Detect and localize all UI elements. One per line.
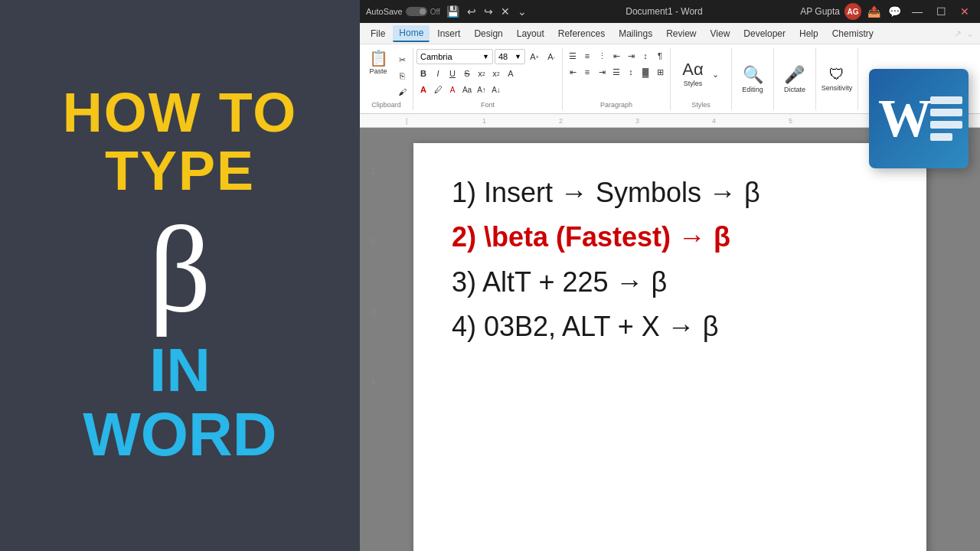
- username-label: AP Gupta: [800, 6, 840, 17]
- justify-button[interactable]: ☰: [609, 65, 623, 79]
- menu-chemistry[interactable]: Chemistry: [826, 26, 880, 41]
- numbering-button[interactable]: ≡: [580, 49, 594, 63]
- grow-font-button[interactable]: A+: [527, 49, 542, 64]
- title-line1: HOW TO: [63, 84, 298, 142]
- change-case-button[interactable]: Aa: [460, 83, 474, 96]
- autosave-area: AutoSave Off: [366, 7, 440, 16]
- doc-title: Document1 - Word: [533, 6, 795, 17]
- doc-line-1: 1) Insert → Symbols → β: [452, 174, 888, 212]
- autosave-label: AutoSave: [366, 7, 403, 16]
- bold-button[interactable]: B: [416, 67, 430, 80]
- decrease-indent-button[interactable]: ⇤: [609, 49, 623, 63]
- menu-design[interactable]: Design: [468, 26, 508, 41]
- close-icon[interactable]: ✕: [499, 5, 511, 18]
- collapse-ribbon-icon[interactable]: ⌄: [965, 28, 975, 39]
- maximize-button[interactable]: ☐: [932, 5, 951, 18]
- paste-button[interactable]: 📋 Paste: [363, 49, 394, 77]
- italic-button[interactable]: I: [431, 67, 445, 80]
- bullets-button[interactable]: ☰: [566, 49, 580, 63]
- menu-insert[interactable]: Insert: [431, 26, 466, 41]
- autosave-toggle[interactable]: [406, 7, 427, 16]
- menu-mailings[interactable]: Mailings: [612, 26, 658, 41]
- word-line-3: [930, 121, 962, 129]
- subscript-button[interactable]: x2: [475, 67, 488, 80]
- word-line-2: [930, 109, 962, 116]
- editing-group: 🔍 Editing: [732, 47, 774, 110]
- doc-line-4: 4) 03B2, ALT + X → β: [452, 308, 888, 346]
- clipboard-group: 📋 Paste ✂ ⎘ 🖌 Clipboard: [360, 47, 413, 110]
- doc-line-3: 3) AltT + 225 → β: [452, 263, 888, 302]
- line-spacing-button[interactable]: ↕: [624, 65, 638, 79]
- format-painter-button[interactable]: 🖌: [394, 84, 410, 99]
- left-subtitle: IN WORD: [83, 338, 276, 467]
- share-icon[interactable]: 📤: [866, 5, 882, 18]
- show-hide-button[interactable]: ¶: [653, 49, 667, 63]
- menu-help[interactable]: Help: [793, 26, 825, 41]
- styles-icon: Aα: [682, 61, 703, 78]
- font-size-selector[interactable]: 48 ▼: [495, 49, 525, 64]
- shading2-button[interactable]: ▓: [639, 65, 652, 79]
- grow-font2-button[interactable]: A↑: [475, 83, 488, 96]
- undo-icon[interactable]: ↩: [466, 5, 478, 18]
- editing-icon: 🔍: [743, 65, 763, 85]
- multilevel-button[interactable]: ⋮: [595, 49, 609, 63]
- user-avatar[interactable]: AG: [844, 3, 861, 20]
- sensitivity-label: Sensitivity: [822, 84, 853, 92]
- title-bar: AutoSave Off 💾 ↩ ↪ ✕ ⌄ Document1 - Word …: [360, 0, 980, 23]
- subtitle-line2: WORD: [83, 403, 276, 467]
- minimize-button[interactable]: —: [907, 5, 927, 18]
- document-page[interactable]: 1) Insert → Symbols → β 2) \beta (Fastes…: [413, 143, 926, 551]
- subtitle-line1: IN: [83, 338, 276, 403]
- styles-group: Aα Styles ⌄ Styles: [671, 47, 732, 110]
- doc-line-2: 2) \beta (Fastest) → β: [452, 218, 888, 256]
- clear-format-button[interactable]: A: [504, 67, 518, 80]
- menu-bar: File Home Insert Design Layout Reference…: [360, 23, 980, 44]
- word-line-4: [930, 133, 952, 141]
- beta-symbol-large: β: [149, 208, 211, 331]
- strikethrough-button[interactable]: S: [460, 67, 474, 80]
- superscript-button[interactable]: x2: [489, 67, 503, 80]
- font-name-selector[interactable]: Cambria ▼: [416, 49, 493, 64]
- save-icon[interactable]: 💾: [445, 5, 461, 18]
- comments-icon[interactable]: 💬: [887, 5, 903, 18]
- font-label: Font: [481, 99, 495, 109]
- word-logo-lines: [930, 69, 969, 168]
- menu-view[interactable]: View: [704, 26, 737, 41]
- sort-button[interactable]: ↕: [639, 49, 652, 63]
- menu-developer[interactable]: Developer: [737, 26, 792, 41]
- word-logo: W: [869, 69, 969, 168]
- shrink-font2-button[interactable]: A↓: [489, 83, 503, 96]
- cut-button[interactable]: ✂: [394, 52, 410, 67]
- underline-button[interactable]: U: [446, 67, 459, 80]
- word-line-1: [930, 96, 962, 104]
- title-line2: TYPE: [63, 142, 298, 201]
- increase-indent-button[interactable]: ⇥: [624, 49, 638, 63]
- highlight-button[interactable]: 🖊: [431, 83, 445, 96]
- align-left-button[interactable]: ⇤: [566, 65, 580, 79]
- menu-review[interactable]: Review: [660, 26, 702, 41]
- chevron-down-icon[interactable]: ⌄: [516, 5, 528, 18]
- menu-file[interactable]: File: [364, 26, 391, 41]
- styles-gallery-expand[interactable]: ⌄: [707, 67, 723, 82]
- font-group: Cambria ▼ 48 ▼ A+ A- B I U S x2 x: [413, 47, 563, 110]
- copy-button[interactable]: ⎘: [394, 68, 410, 83]
- share-ribbon-icon[interactable]: ↗: [952, 28, 963, 39]
- styles-button[interactable]: Aα Styles: [679, 60, 707, 89]
- shrink-font-button[interactable]: A-: [544, 49, 559, 64]
- left-title: HOW TO TYPE: [63, 84, 298, 200]
- align-center-button[interactable]: ≡: [580, 65, 594, 79]
- menu-home[interactable]: Home: [393, 25, 430, 42]
- document-area: 1 2 3 4 1) Insert → Symbols → β 2) \beta…: [360, 128, 980, 551]
- shading-button[interactable]: A: [446, 83, 459, 96]
- menu-references[interactable]: References: [552, 26, 611, 41]
- redo-icon[interactable]: ↪: [482, 5, 495, 18]
- borders-button[interactable]: ⊞: [653, 65, 667, 79]
- align-right-button[interactable]: ⇥: [595, 65, 609, 79]
- clipboard-label: Clipboard: [371, 99, 401, 109]
- menu-layout[interactable]: Layout: [511, 26, 550, 41]
- close-window-button[interactable]: ✕: [956, 5, 974, 18]
- word-w-letter: W: [878, 92, 932, 145]
- font-color-button[interactable]: A: [416, 83, 430, 96]
- styles-label: Styles: [691, 99, 710, 109]
- word-logo-background: W: [869, 69, 969, 168]
